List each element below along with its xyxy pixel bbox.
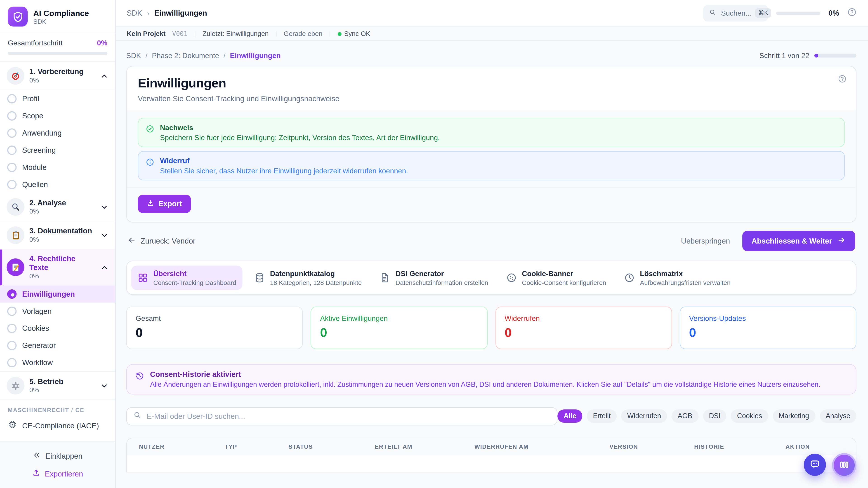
radio-icon xyxy=(7,358,17,367)
sync-status: Sync OK xyxy=(338,30,370,37)
radio-icon xyxy=(7,306,17,316)
tab-title: Cookie-Banner xyxy=(522,269,606,278)
alert-body: Stellen Sie sicher, dass Nutzer ihre Ein… xyxy=(160,166,408,175)
back-link[interactable]: Zurueck: Vendor xyxy=(127,236,195,246)
overall-progress-value: 0% xyxy=(97,39,107,47)
divider: | xyxy=(275,30,277,37)
chip-analyse[interactable]: Analyse xyxy=(819,410,857,423)
sidebar-item-module[interactable]: Module xyxy=(0,159,115,176)
sidebar-item-anwendung[interactable]: Anwendung xyxy=(0,125,115,142)
sidebar-item-label: Quellen xyxy=(22,180,48,189)
chip-agb[interactable]: AGB xyxy=(672,410,699,423)
sidebar-item-vorlagen[interactable]: Vorlagen xyxy=(0,303,115,320)
chip-alle[interactable]: Alle xyxy=(558,410,583,423)
tab-datenpunktkatalog[interactable]: Datenpunktkatalog 18 Kategorien, 128 Dat… xyxy=(248,266,368,290)
tab-bar: Übersicht Consent-Tracking Dashboard Dat… xyxy=(126,260,856,295)
help-icon[interactable] xyxy=(837,74,847,85)
table-header-row: NUTZER TYP STATUS ERTEILT AM WIDERRUFEN … xyxy=(127,438,856,455)
stat-widerrufen: Widerrufen 0 xyxy=(495,306,672,349)
cookie-icon xyxy=(506,272,517,283)
skip-button[interactable]: Ueberspringen xyxy=(681,237,730,245)
breadcrumb-sdk[interactable]: SDK xyxy=(126,52,141,60)
global-search-input[interactable] xyxy=(721,9,751,17)
breadcrumb-separator: / xyxy=(145,52,147,60)
card-actions: Export xyxy=(127,187,856,222)
chip-erteilt[interactable]: Erteilt xyxy=(587,410,617,423)
tab-title: Datenpunktkatalog xyxy=(270,269,362,278)
radio-icon xyxy=(7,145,17,155)
sidebar-section-dokumentation[interactable]: 3. Dokumentation 0% xyxy=(0,221,115,250)
chip-dsi[interactable]: DSI xyxy=(703,410,726,423)
section-progress: 0% xyxy=(29,76,84,84)
tab-loeschmatrix[interactable]: Löschmatrix Aufbewahrungsfristen verwalt… xyxy=(618,266,737,290)
complete-next-button[interactable]: Abschliessen & Weiter xyxy=(742,231,855,251)
filter-row: Alle Erteilt Widerrufen AGB DSI Cookies … xyxy=(126,407,856,425)
tab-subtitle: Cookie-Consent konfigurieren xyxy=(522,279,606,286)
export-label: Exportieren xyxy=(45,469,83,478)
chip-marketing[interactable]: Marketing xyxy=(773,410,815,423)
column-header-aktion: AKTION xyxy=(785,443,856,450)
sidebar-item-cookies[interactable]: Cookies xyxy=(0,320,115,337)
tab-title: Löschmatrix xyxy=(640,269,731,278)
app-window: AI Compliance SDK Gesamtfortschritt 0% 1… xyxy=(0,0,868,488)
sidebar-item-quellen[interactable]: Quellen xyxy=(0,176,115,193)
chip-widerrufen[interactable]: Widerrufen xyxy=(621,410,667,423)
breadcrumb-current: Einwilligungen xyxy=(230,52,281,60)
search-icon xyxy=(133,411,142,421)
chip-icon xyxy=(8,420,17,431)
help-icon[interactable] xyxy=(847,7,857,19)
main-area: SDK › Einwilligungen ⌘K 0% Kein Projekt … xyxy=(116,0,868,488)
sidebar-item-screening[interactable]: Screening xyxy=(0,142,115,159)
sidebar-section-rechtliche-texte[interactable]: 4. Rechtliche Texte 0% xyxy=(0,250,115,285)
export-sidebar-button[interactable]: Exportieren xyxy=(0,465,115,482)
stat-aktive: Aktive Einwilligungen 0 xyxy=(311,306,487,349)
divider: | xyxy=(329,30,331,37)
section-items-vorbereitung: Profil Scope Anwendung Screening Module … xyxy=(0,90,115,193)
database-icon xyxy=(254,272,265,283)
sidebar-item-label: Scope xyxy=(22,112,43,120)
search-icon xyxy=(709,8,717,18)
columns-panel-button[interactable] xyxy=(832,453,857,478)
breadcrumb-root[interactable]: SDK xyxy=(127,9,142,17)
sidebar-item-workflow[interactable]: Workflow xyxy=(0,354,115,371)
page-content: SDK / Phase 2: Dokumente / Einwilligunge… xyxy=(116,41,868,488)
sidebar-item-ce-compliance[interactable]: CE-Compliance (IACE) xyxy=(0,416,115,435)
chat-button[interactable] xyxy=(804,454,826,476)
tab-subtitle: 18 Kategorien, 128 Datenpunkte xyxy=(270,279,362,286)
chip-cookies[interactable]: Cookies xyxy=(731,410,768,423)
sidebar-section-analyse[interactable]: 2. Analyse 0% xyxy=(0,193,115,221)
sidebar-item-einwilligungen[interactable]: Einwilligungen xyxy=(0,286,115,303)
magnifier-emoji-icon xyxy=(6,198,24,216)
sync-ok-dot xyxy=(338,32,341,36)
wizard-navigation: Zurueck: Vendor Ueberspringen Abschliess… xyxy=(127,231,855,251)
stat-gesamt: Gesamt 0 xyxy=(126,306,303,349)
gear-icon xyxy=(6,377,24,394)
info-circle-icon xyxy=(146,158,154,175)
global-search[interactable]: ⌘K xyxy=(703,5,769,21)
section-items-rechtliche-texte: Einwilligungen Vorlagen Cookies Generato… xyxy=(0,286,115,371)
user-search[interactable] xyxy=(126,407,557,425)
breadcrumb-phase[interactable]: Phase 2: Dokumente xyxy=(152,52,219,60)
tab-uebersicht[interactable]: Übersicht Consent-Tracking Dashboard xyxy=(131,266,242,290)
column-header-nutzer: NUTZER xyxy=(139,443,225,450)
sidebar-section-betrieb[interactable]: 5. Betrieb 0% xyxy=(0,371,115,400)
column-header-status: STATUS xyxy=(288,443,375,450)
user-search-input[interactable] xyxy=(147,412,550,420)
tab-dsi-generator[interactable]: DSI Generator Datenschutzinformation ers… xyxy=(373,266,494,290)
chevron-up-icon xyxy=(100,72,108,80)
sidebar-item-generator[interactable]: Generator xyxy=(0,337,115,354)
breadcrumb-current: Einwilligungen xyxy=(154,9,207,17)
tab-cookie-banner[interactable]: Cookie-Banner Cookie-Consent konfigurier… xyxy=(500,266,612,290)
collapse-sidebar-button[interactable]: Einklappen xyxy=(0,447,115,465)
alerts-section: Nachweis Speichern Sie fuer jede Einwill… xyxy=(127,111,856,187)
export-button[interactable]: Export xyxy=(138,195,191,213)
sidebar-item-scope[interactable]: Scope xyxy=(0,107,115,125)
step-label: Schritt 1 von 22 xyxy=(759,52,809,60)
sidebar-item-profil[interactable]: Profil xyxy=(0,90,115,107)
project-name: Kein Projekt xyxy=(127,30,166,37)
column-header-widerrufen-am: WIDERRUFEN AM xyxy=(474,443,610,450)
section-label: 1. Vorbereitung xyxy=(29,67,84,76)
overall-progress: Gesamtfortschritt 0% xyxy=(0,33,115,62)
sidebar-section-vorbereitung[interactable]: 1. Vorbereitung 0% xyxy=(0,62,115,90)
alert-widerruf: Widerruf Stellen Sie sicher, dass Nutzer… xyxy=(138,151,845,181)
